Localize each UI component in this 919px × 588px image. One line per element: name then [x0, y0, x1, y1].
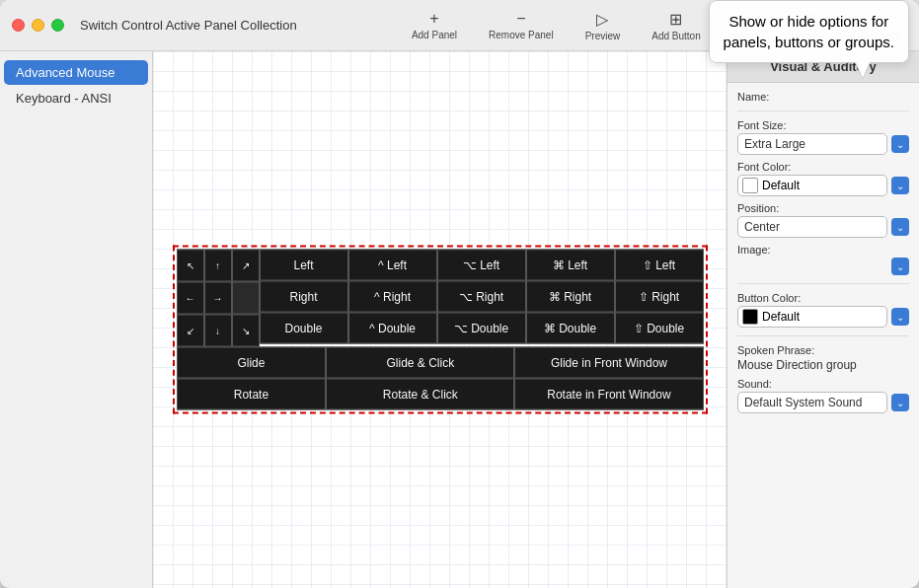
spoken-phrase-row: Spoken Phrase: Mouse Direction group [737, 344, 909, 372]
sound-select[interactable]: Default System Sound [737, 392, 887, 413]
add-button-button[interactable]: ⊞ Add Button [646, 7, 706, 44]
btn-rotate-click[interactable]: Rotate & Click [326, 379, 514, 410]
button-color-arrow[interactable]: ⌄ [891, 308, 909, 326]
sidebar-item-advanced-mouse-label: Advanced Mouse [16, 65, 115, 80]
tooltip-balloon: Show or hide options forpanels, buttons … [709, 0, 909, 63]
btn-opt-left[interactable]: ⌥ Left [437, 250, 526, 281]
nav-b[interactable]: ↓ [204, 315, 232, 347]
row-left: Left ^ Left ⌥ Left ⌘ Left ⇧ Left [260, 250, 704, 281]
traffic-lights [12, 19, 64, 32]
btn-rotate[interactable]: Rotate [177, 379, 327, 410]
position-arrow[interactable]: ⌄ [891, 218, 909, 236]
button-columns: Left ^ Left ⌥ Left ⌘ Left ⇧ Left Right ^… [260, 250, 704, 347]
btn-right[interactable]: Right [260, 281, 348, 313]
btn-cmd-left[interactable]: ⌘ Left [526, 250, 615, 281]
button-color-swatch[interactable] [742, 309, 758, 325]
font-size-row: Font Size: Extra Large ⌄ [737, 119, 909, 155]
font-size-select-row: Extra Large ⌄ [737, 133, 909, 155]
inspector-panel: Visual & Auditory Name: Font Size: Extra… [727, 51, 919, 588]
row-1: ↖ ↑ ↗ ← → ↙ ↓ ↘ [177, 250, 704, 347]
preview-icon: ▷ [596, 10, 608, 29]
add-button-icon: ⊞ [669, 10, 682, 29]
remove-panel-label: Remove Panel [489, 30, 554, 40]
row-right: Right ^ Right ⌥ Right ⌘ Right ⇧ Right [260, 281, 704, 313]
btn-shift-right[interactable]: ⇧ Right [615, 281, 704, 313]
btn-ctrl-double[interactable]: ^ Double [348, 313, 437, 344]
btn-left[interactable]: Left [260, 250, 348, 281]
tooltip-text: Show or hide options forpanels, buttons … [724, 13, 894, 50]
sidebar: Advanced Mouse Keyboard - ANSI [0, 51, 153, 588]
btn-cmd-double[interactable]: ⌘ Double [526, 313, 615, 344]
nav-bl[interactable]: ↙ [177, 315, 204, 347]
btn-shift-left[interactable]: ⇧ Left [615, 250, 704, 281]
minimize-button[interactable] [32, 19, 44, 32]
sound-label: Sound: [737, 378, 909, 390]
font-size-arrow[interactable]: ⌄ [891, 135, 909, 153]
sound-select-row: Default System Sound ⌄ [737, 392, 909, 413]
add-panel-icon: + [429, 10, 438, 28]
button-grid: ↖ ↑ ↗ ← → ↙ ↓ ↘ [177, 250, 704, 410]
close-button[interactable] [12, 19, 25, 32]
preview-button[interactable]: ▷ Preview [579, 7, 627, 44]
preview-label: Preview [585, 31, 621, 41]
btn-glide-click[interactable]: Glide & Click [326, 347, 514, 379]
row-rotate: Rotate Rotate & Click Rotate in Front Wi… [177, 379, 704, 410]
nav-br[interactable]: ↘ [232, 315, 260, 347]
nav-tr[interactable]: ↗ [232, 250, 260, 282]
sidebar-item-keyboard-ansi[interactable]: Keyboard - ANSI [4, 86, 148, 110]
name-label: Name: [737, 91, 909, 103]
sound-arrow[interactable]: ⌄ [891, 394, 909, 411]
font-color-row: Font Color: Default ⌄ [737, 161, 909, 196]
font-color-arrow[interactable]: ⌄ [891, 177, 909, 194]
btn-glide-front[interactable]: Glide in Front Window [514, 347, 703, 379]
zoom-button[interactable] [51, 19, 64, 32]
nav-empty [232, 282, 260, 315]
font-color-label: Font Color: [737, 161, 909, 173]
image-arrow[interactable]: ⌄ [891, 257, 909, 275]
nav-arrows: ↖ ↑ ↗ ← → ↙ ↓ ↘ [177, 250, 260, 347]
add-button-label: Add Button [651, 31, 700, 41]
name-row: Name: [737, 91, 909, 103]
btn-opt-right[interactable]: ⌥ Right [437, 281, 526, 313]
sound-row: Sound: Default System Sound ⌄ [737, 378, 909, 413]
position-select[interactable]: Center [737, 216, 887, 238]
divider-2 [737, 283, 909, 284]
divider-3 [737, 335, 909, 336]
row-double: Double ^ Double ⌥ Double ⌘ Double ⇧ Doub… [260, 313, 704, 344]
position-label: Position: [737, 202, 909, 214]
btn-rotate-front[interactable]: Rotate in Front Window [514, 379, 703, 410]
add-panel-label: Add Panel [412, 30, 457, 40]
inspector-body: Name: Font Size: Extra Large ⌄ Font Colo… [728, 83, 919, 421]
remove-panel-button[interactable]: − Remove Panel [483, 7, 560, 43]
btn-ctrl-left[interactable]: ^ Left [348, 250, 437, 281]
font-color-swatch[interactable] [742, 178, 758, 193]
font-color-select-with-color: Default [737, 175, 887, 196]
add-panel-button[interactable]: + Add Panel [406, 7, 463, 43]
main-content: Advanced Mouse Keyboard - ANSI ↖ ↑ [0, 51, 919, 588]
spoken-phrase-label: Spoken Phrase: [737, 344, 909, 356]
btn-double[interactable]: Double [260, 313, 348, 344]
image-label: Image: [737, 244, 909, 256]
font-size-label: Font Size: [737, 119, 909, 131]
image-select-row: ⌄ [737, 257, 909, 275]
btn-ctrl-right[interactable]: ^ Right [348, 281, 437, 313]
button-color-label: Button Color: [737, 292, 909, 304]
btn-opt-double[interactable]: ⌥ Double [437, 313, 526, 344]
font-size-select[interactable]: Extra Large [737, 133, 887, 155]
nav-t[interactable]: ↑ [204, 250, 232, 282]
btn-glide[interactable]: Glide [177, 347, 327, 379]
btn-shift-double[interactable]: ⇧ Double [615, 313, 704, 344]
button-color-select-row: Default ⌄ [737, 306, 909, 328]
sidebar-item-keyboard-ansi-label: Keyboard - ANSI [16, 91, 112, 106]
nav-l[interactable]: ← [177, 282, 204, 315]
nav-r-arrow[interactable]: → [204, 282, 232, 315]
btn-cmd-right[interactable]: ⌘ Right [526, 281, 615, 313]
sidebar-item-advanced-mouse[interactable]: Advanced Mouse [4, 60, 148, 85]
button-color-row: Button Color: Default ⌄ [737, 292, 909, 328]
image-row: Image: ⌄ [737, 244, 909, 275]
button-color-select-with-color: Default [737, 306, 887, 328]
remove-panel-icon: − [516, 10, 525, 28]
nav-tl[interactable]: ↖ [177, 250, 204, 282]
font-color-select-row: Default ⌄ [737, 175, 909, 196]
position-select-row: Center ⌄ [737, 216, 909, 238]
